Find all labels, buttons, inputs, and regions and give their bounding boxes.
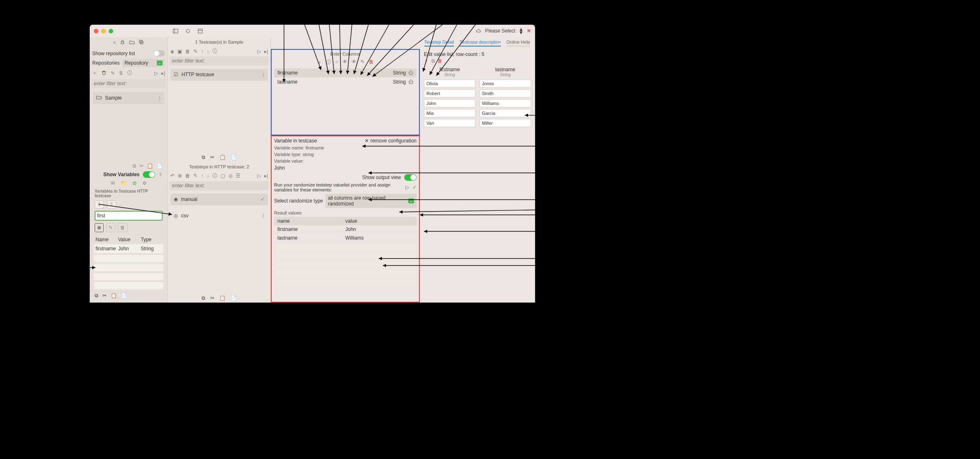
- clipboard-icon[interactable]: 📋: [111, 293, 117, 298]
- paste-icon[interactable]: 📄: [156, 163, 163, 169]
- show-repo-list-toggle[interactable]: [154, 50, 165, 56]
- play-icon[interactable]: ▷: [257, 173, 261, 179]
- back-icon[interactable]: ↶: [170, 173, 175, 179]
- copy-icon[interactable]: ⧉: [202, 295, 205, 301]
- clipboard-icon[interactable]: 📋: [219, 154, 226, 160]
- trash-icon[interactable]: 🗑: [369, 59, 374, 66]
- value-cell[interactable]: [424, 119, 475, 127]
- copy-icon[interactable]: ⧉: [95, 293, 98, 298]
- value-cell[interactable]: [480, 119, 531, 127]
- column-row-lastname[interactable]: lastname String⏻: [274, 77, 417, 86]
- tab-online-help[interactable]: Online Help: [507, 40, 530, 47]
- circle-icon[interactable]: ○: [335, 59, 338, 66]
- lock-icon[interactable]: [120, 40, 125, 46]
- add-icon[interactable]: ＋: [92, 70, 97, 77]
- cloud-icon[interactable]: [475, 28, 482, 34]
- check-green-icon[interactable]: ⊘: [133, 180, 137, 186]
- info-icon[interactable]: ⓘ: [127, 70, 132, 77]
- table-row[interactable]: lastname Williams: [274, 234, 417, 242]
- export-vars-button[interactable]: ⇧: [107, 200, 116, 209]
- panel-icon[interactable]: [197, 28, 203, 34]
- copy-icon[interactable]: ⧉: [133, 163, 136, 169]
- delete-row-icon[interactable]: 🗑: [438, 58, 442, 64]
- value-cell[interactable]: [480, 109, 531, 117]
- copy-row-icon[interactable]: ⧉: [431, 58, 435, 64]
- show-output-toggle[interactable]: [404, 174, 417, 181]
- eye-icon[interactable]: 👁: [342, 59, 347, 66]
- clipboard-icon[interactable]: 📋: [147, 163, 153, 169]
- shield-icon[interactable]: ◈: [170, 49, 174, 54]
- testcase-item-http[interactable]: ☑ HTTP testcase }: [170, 69, 268, 80]
- zoom-window-button[interactable]: [109, 29, 113, 33]
- edit-variable-button[interactable]: ✎: [106, 223, 115, 232]
- refresh-icon[interactable]: [184, 28, 191, 34]
- edit-icon[interactable]: ✎: [193, 49, 198, 54]
- value-cell[interactable]: [424, 89, 475, 98]
- info-icon[interactable]: ⓘ: [212, 172, 217, 179]
- target-icon[interactable]: ◎: [228, 173, 233, 179]
- info-icon[interactable]: ⓘ: [326, 59, 331, 66]
- collapse-icon[interactable]: «: [113, 40, 116, 46]
- variables-filter-input[interactable]: [95, 211, 163, 221]
- list-icon[interactable]: ☰: [236, 173, 240, 179]
- export-icon[interactable]: ⇪: [158, 172, 163, 177]
- edit-icon[interactable]: ✎: [193, 173, 198, 179]
- titlebar-close-icon[interactable]: ✕: [527, 28, 531, 34]
- value-cell[interactable]: [480, 79, 531, 88]
- cut-icon[interactable]: ✂: [102, 293, 107, 298]
- edit-icon[interactable]: ✎: [361, 59, 365, 66]
- eye-struck-icon[interactable]: 👁: [351, 59, 356, 66]
- delete-icon[interactable]: [101, 70, 107, 77]
- delete-variable-button[interactable]: 🗑: [118, 223, 128, 232]
- value-cell[interactable]: [424, 99, 475, 107]
- info-icon[interactable]: ⓘ: [212, 48, 217, 55]
- teststep-item-manual[interactable]: ◉ manual ✓: [170, 193, 268, 205]
- minimize-window-button[interactable]: [101, 29, 106, 33]
- paste-icon[interactable]: 📄: [121, 293, 127, 298]
- table-row[interactable]: firstname John: [274, 225, 417, 234]
- tab-testcase-description[interactable]: Testcase description: [460, 40, 501, 47]
- globe-icon[interactable]: ⊕: [178, 173, 182, 179]
- edit-icon[interactable]: ✎: [111, 70, 115, 76]
- cut-icon[interactable]: ✂: [210, 154, 214, 160]
- power-icon[interactable]: ⏻: [408, 70, 413, 76]
- cut-icon[interactable]: ✂: [140, 163, 144, 169]
- box-icon[interactable]: ▢: [221, 173, 225, 179]
- add-icon[interactable]: ＋: [317, 59, 322, 66]
- titlebar-select-label[interactable]: Please Select: [485, 28, 515, 34]
- teststep-filter-input[interactable]: [170, 181, 269, 190]
- delete-icon[interactable]: 🗑: [185, 173, 190, 179]
- tab-teststep-detail[interactable]: Teststep Detail: [424, 40, 454, 47]
- folder-small-icon[interactable]: 📁: [121, 180, 127, 186]
- mail-icon[interactable]: ✉: [111, 180, 115, 186]
- value-cell[interactable]: [424, 79, 475, 88]
- table-row[interactable]: firstname John String: [94, 244, 163, 253]
- up-icon[interactable]: ↑: [201, 49, 203, 54]
- down-icon[interactable]: ↓: [207, 49, 209, 54]
- step-icon[interactable]: ▸|: [264, 49, 268, 54]
- repository-dropdown[interactable]: Repository ⌄: [122, 59, 165, 67]
- teststep-item-csv[interactable]: ◎ csv }: [170, 210, 268, 221]
- column-row-firstname[interactable]: firstname String⏻: [274, 68, 417, 77]
- testcase-filter-input[interactable]: [170, 56, 269, 65]
- step-icon[interactable]: ▸|: [264, 173, 268, 179]
- sidebar-item-sample[interactable]: Sample }: [93, 92, 164, 104]
- value-cell[interactable]: [480, 89, 531, 98]
- paste-icon[interactable]: 📄: [230, 295, 237, 301]
- remove-configuration-button[interactable]: ✕ remove configuration: [365, 138, 417, 144]
- run-play-icon[interactable]: ▷: [405, 184, 409, 190]
- sidebar-toggle-icon[interactable]: [172, 28, 179, 34]
- play-icon[interactable]: ▷: [257, 49, 261, 54]
- sidebar-filter-input[interactable]: [91, 79, 166, 88]
- new-page-icon[interactable]: ▣: [177, 49, 182, 54]
- updown-icon[interactable]: ▲▼: [519, 28, 524, 34]
- delete-icon[interactable]: 🗑: [185, 49, 190, 54]
- add-variable-button[interactable]: ⊕: [95, 223, 104, 232]
- down-icon[interactable]: ↓: [207, 173, 209, 179]
- clipboard-icon[interactable]: 📋: [219, 295, 226, 301]
- checkbox-checked-icon[interactable]: ☑: [174, 72, 178, 77]
- stack-icon[interactable]: [139, 40, 144, 46]
- settings-icon[interactable]: ⚙: [142, 180, 147, 186]
- up-icon[interactable]: ↑: [201, 173, 203, 179]
- merge-icon[interactable]: ⇅: [119, 70, 123, 76]
